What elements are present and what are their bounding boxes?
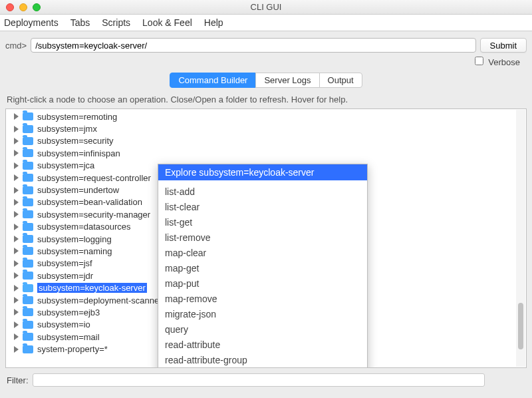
window-title: CLI GUI <box>0 2 532 12</box>
disclosure-triangle-icon[interactable] <box>14 126 19 132</box>
menu-deployments[interactable]: Deployments <box>4 17 59 28</box>
context-menu-header[interactable]: Explore subsystem=keycloak-server <box>158 164 367 180</box>
tree-row-label: subsystem=jdr <box>37 271 93 281</box>
tree-row-label: subsystem=undertow <box>37 185 119 195</box>
folder-icon <box>23 260 33 268</box>
disclosure-triangle-icon[interactable] <box>14 199 19 206</box>
tree-row[interactable]: subsystem=remoting <box>9 110 526 122</box>
disclosure-triangle-icon[interactable] <box>14 174 19 181</box>
folder-icon <box>23 149 33 157</box>
folder-icon <box>23 162 33 170</box>
verbose-label: Verbose <box>488 57 520 67</box>
folder-icon <box>23 112 33 120</box>
tree-panel: subsystem=remotingsubsystem=jmxsubsystem… <box>5 108 527 368</box>
context-menu-item[interactable]: query <box>158 322 367 337</box>
tab-server-logs[interactable]: Server Logs <box>255 73 319 88</box>
context-menu-item[interactable]: migrate-json <box>158 307 367 322</box>
tree-row-label: subsystem=security-manager <box>37 210 150 220</box>
verbose-row: Verbose <box>0 55 532 71</box>
folder-icon <box>23 296 33 304</box>
context-menu-item[interactable]: read-attribute-group <box>158 353 367 368</box>
folder-icon <box>23 223 33 231</box>
disclosure-triangle-icon[interactable] <box>14 236 19 242</box>
context-menu-item[interactable]: list-clear <box>158 200 367 215</box>
disclosure-triangle-icon[interactable] <box>14 321 19 328</box>
command-row: cmd> Submit <box>0 31 532 55</box>
tree-row-label: subsystem=deployment-scanner <box>37 296 162 305</box>
disclosure-triangle-icon[interactable] <box>14 309 19 315</box>
filter-label: Filter: <box>7 375 29 385</box>
disclosure-triangle-icon[interactable] <box>14 260 19 267</box>
folder-icon <box>23 198 33 206</box>
tree-row-label: subsystem=bean-validation <box>37 197 142 207</box>
tree-row-label: subsystem=infinispan <box>37 148 120 158</box>
tabbar: Command Builder Server Logs Output <box>0 71 532 92</box>
folder-icon <box>23 284 33 292</box>
context-menu[interactable]: Explore subsystem=keycloak-server list-a… <box>158 164 368 368</box>
tree-row[interactable]: subsystem=jmx <box>9 122 526 134</box>
tree-row-label: subsystem=keycloak-server <box>37 283 147 293</box>
tree-row-label: subsystem=ejb3 <box>37 307 100 317</box>
cmd-input[interactable] <box>31 38 475 53</box>
tab-output[interactable]: Output <box>319 73 362 88</box>
tree-row-label: subsystem=jsf <box>37 258 92 268</box>
verbose-checkbox[interactable] <box>475 57 483 65</box>
folder-icon <box>23 235 33 243</box>
verbose-checkbox-label[interactable]: Verbose <box>475 57 520 67</box>
tree-row-label: subsystem=io <box>37 319 90 329</box>
disclosure-triangle-icon[interactable] <box>14 224 19 230</box>
tree-row-label: subsystem=mail <box>37 332 100 342</box>
disclosure-triangle-icon[interactable] <box>14 113 19 120</box>
scrollbar[interactable] <box>516 110 525 367</box>
disclosure-triangle-icon[interactable] <box>14 272 19 279</box>
folder-icon <box>23 272 33 280</box>
disclosure-triangle-icon[interactable] <box>14 138 19 144</box>
scrollbar-thumb[interactable] <box>518 303 523 349</box>
hint-text: Right-click a node to choose an operatio… <box>0 92 532 108</box>
folder-icon <box>23 247 33 255</box>
folder-icon <box>23 210 33 218</box>
disclosure-triangle-icon[interactable] <box>14 162 19 169</box>
disclosure-triangle-icon[interactable] <box>14 150 19 156</box>
disclosure-triangle-icon[interactable] <box>14 333 19 340</box>
context-menu-item[interactable]: read-attribute <box>158 337 367 353</box>
disclosure-triangle-icon[interactable] <box>14 187 19 194</box>
folder-icon <box>23 333 33 341</box>
tab-command-builder[interactable]: Command Builder <box>170 73 256 88</box>
disclosure-triangle-icon[interactable] <box>14 248 19 254</box>
folder-icon <box>23 345 33 353</box>
tree-row-label: subsystem=jmx <box>37 124 97 134</box>
tree-row-label: subsystem=jca <box>37 160 94 170</box>
context-menu-item[interactable]: map-get <box>158 261 367 276</box>
menu-tabs[interactable]: Tabs <box>70 17 90 28</box>
context-menu-item[interactable]: list-add <box>158 184 367 200</box>
context-menu-item[interactable]: list-get <box>158 215 367 230</box>
disclosure-triangle-icon[interactable] <box>14 211 19 218</box>
tree-row[interactable]: subsystem=infinispan <box>9 147 526 159</box>
tree-row-label: subsystem=request-controller <box>37 173 151 183</box>
folder-icon <box>23 125 33 133</box>
tree-row-label: subsystem=naming <box>37 246 112 256</box>
menubar: Deployments Tabs Scripts Look & Feel Hel… <box>0 15 532 31</box>
context-menu-item[interactable]: map-remove <box>158 292 367 307</box>
filter-input[interactable] <box>33 373 485 387</box>
folder-icon <box>23 137 33 145</box>
disclosure-triangle-icon[interactable] <box>14 285 19 292</box>
menu-scripts[interactable]: Scripts <box>102 17 130 28</box>
tree-row-label: system-property=* <box>37 344 108 354</box>
tree-row-label: subsystem=security <box>37 136 114 146</box>
tree-row-label: subsystem=logging <box>37 234 112 244</box>
menu-look-and-feel[interactable]: Look & Feel <box>142 17 192 28</box>
menu-help[interactable]: Help <box>204 17 223 28</box>
folder-icon <box>23 174 33 182</box>
disclosure-triangle-icon[interactable] <box>14 297 19 303</box>
tree-row-label: subsystem=remoting <box>37 112 117 122</box>
submit-button[interactable]: Submit <box>480 38 527 53</box>
disclosure-triangle-icon[interactable] <box>14 346 19 353</box>
folder-icon <box>23 186 33 194</box>
context-menu-item[interactable]: map-put <box>158 276 367 292</box>
context-menu-item[interactable]: list-remove <box>158 230 367 246</box>
folder-icon <box>23 308 33 316</box>
context-menu-item[interactable]: map-clear <box>158 246 367 261</box>
tree-row[interactable]: subsystem=security <box>9 135 526 147</box>
